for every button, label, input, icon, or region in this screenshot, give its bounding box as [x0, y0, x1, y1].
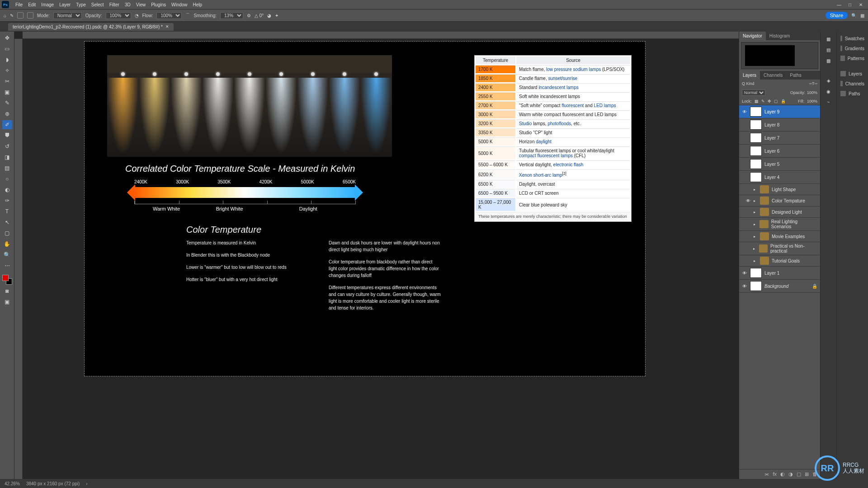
symmetry-icon[interactable]: ✦	[275, 13, 278, 18]
shape-tool[interactable]: ▢	[2, 229, 12, 238]
channels-icon[interactable]: ◉	[822, 87, 835, 96]
layer-row[interactable]: 👁Layer 1	[739, 267, 820, 280]
panel-paths[interactable]: Paths	[837, 89, 868, 99]
brush-tool[interactable]: ✐	[2, 120, 12, 129]
minimize-button[interactable]: —	[834, 2, 844, 7]
history-brush-tool[interactable]: ↺	[2, 142, 12, 151]
hand-tool[interactable]: ✋	[2, 239, 12, 249]
blur-tool[interactable]: ○	[2, 174, 12, 183]
layer-row[interactable]: ▸Tutorial Goals	[739, 255, 820, 267]
panel-patterns[interactable]: Patterns	[837, 53, 868, 63]
lock-pos-icon[interactable]: ✥	[768, 99, 771, 103]
layer-row[interactable]: Layer 4	[739, 171, 820, 184]
layer-row[interactable]: 👁Background 🔒	[739, 280, 820, 293]
restore-button[interactable]: □	[844, 2, 855, 7]
airbrush-icon[interactable]: ⌒	[185, 12, 190, 19]
screenmode-tool[interactable]: ▣	[2, 297, 12, 306]
lock-icon[interactable]: 🔒	[781, 99, 786, 103]
document-tab[interactable]: teriorLightingDemo1_p2-Recovered (1).psd…	[8, 23, 174, 31]
adjustment-icon[interactable]: ◑	[788, 471, 793, 477]
edit-toolbar[interactable]: ⋯	[2, 261, 12, 270]
new-layer-icon[interactable]: ⊞	[805, 471, 809, 477]
eyedropper-tool[interactable]: ✎	[2, 99, 12, 108]
lasso-tool[interactable]: ◗	[2, 55, 12, 64]
blend-mode[interactable]: Normal	[742, 89, 765, 96]
home-icon[interactable]: ⌂	[4, 13, 6, 18]
wand-tool[interactable]: ✧	[2, 66, 12, 75]
fx-icon[interactable]: fx	[773, 471, 777, 477]
layer-row[interactable]: Layer 5	[739, 158, 820, 171]
lock-all-icon[interactable]: ▦	[755, 99, 759, 103]
smoothing-select[interactable]: 13%	[220, 12, 243, 19]
menu-layer[interactable]: Layer	[57, 2, 73, 7]
link-layers-icon[interactable]: ⫘	[764, 471, 769, 477]
layer-row[interactable]: ▸Designed Light	[739, 206, 820, 218]
quickmask-tool[interactable]: ◙	[2, 286, 12, 296]
panel-gradients[interactable]: Gradients	[837, 43, 868, 53]
fill-value[interactable]: 100%	[807, 99, 817, 103]
menu-file[interactable]: File	[13, 2, 25, 7]
opacity-value[interactable]: 100%	[807, 90, 817, 95]
brush-panel-icon[interactable]	[27, 12, 33, 19]
close-tab-icon[interactable]: ✕	[165, 24, 169, 29]
zoom-level[interactable]: 42.26%	[5, 481, 20, 486]
close-button[interactable]: ✕	[855, 2, 866, 7]
gradients-icon[interactable]: ▤	[822, 45, 835, 54]
tab-paths[interactable]: Paths	[786, 71, 805, 80]
layer-row[interactable]: ▸Movie Examples	[739, 231, 820, 242]
layer-row[interactable]: Layer 8	[739, 118, 820, 131]
canvas-area[interactable]: Correlated Color Temperature Scale - Mea…	[14, 32, 739, 479]
opacity-select[interactable]: 100%	[106, 12, 131, 19]
heal-tool[interactable]: ⊕	[2, 109, 12, 118]
crop-tool[interactable]: ✂	[2, 77, 12, 86]
share-button[interactable]: Share	[826, 12, 848, 19]
gradient-tool[interactable]: ▤	[2, 164, 12, 173]
menu-view[interactable]: View	[133, 2, 149, 7]
search-icon[interactable]: 🔍	[851, 13, 857, 18]
workspace-icon[interactable]: ▦	[860, 13, 864, 18]
filter-kind[interactable]: Q Kind	[742, 81, 755, 86]
blend-mode-select[interactable]: Normal	[53, 12, 82, 19]
layer-row[interactable]: ▸Light Shape	[739, 184, 820, 195]
lock-artboard-icon[interactable]: ▢	[774, 99, 778, 103]
layer-row[interactable]: Layer 6	[739, 145, 820, 158]
color-swatches[interactable]	[2, 275, 12, 285]
status-chevron-icon[interactable]: ›	[86, 481, 87, 486]
path-tool[interactable]: ↖	[2, 218, 12, 227]
panel-channels[interactable]: Channels	[837, 79, 868, 89]
layer-row[interactable]: 👁Layer 9	[739, 105, 820, 118]
dodge-tool[interactable]: ◐	[2, 185, 12, 194]
panel-layers[interactable]: Layers	[837, 69, 868, 79]
flow-select[interactable]: 100%	[156, 12, 182, 19]
tab-layers[interactable]: Layers	[739, 71, 760, 80]
layer-row[interactable]: ▸Real Lighting Scenarios	[739, 218, 820, 231]
layers-icon[interactable]: ◈	[822, 76, 835, 85]
panel-swatches[interactable]: Swatches	[837, 33, 868, 43]
group-icon[interactable]: ▢	[797, 471, 801, 477]
pressure-opacity-icon[interactable]: ◔	[135, 13, 139, 18]
layer-row[interactable]: ▸Practical vs Non-practical	[739, 242, 820, 255]
tab-navigator[interactable]: Navigator	[739, 32, 766, 40]
mask-icon[interactable]: ◐	[780, 471, 785, 477]
layer-row[interactable]: 👁▸Color Tempature	[739, 195, 820, 206]
menu-type[interactable]: Type	[73, 2, 89, 7]
pressure-size-icon[interactable]: ◕	[267, 13, 271, 18]
menu-window[interactable]: Window	[169, 2, 190, 7]
eraser-tool[interactable]: ◨	[2, 153, 12, 162]
gear-icon[interactable]: ⚙	[247, 13, 251, 18]
stamp-tool[interactable]: ⛊	[2, 131, 12, 140]
menu-edit[interactable]: Edit	[25, 2, 38, 7]
navigator-preview[interactable]	[741, 42, 818, 69]
layer-row[interactable]: Layer 7	[739, 131, 820, 145]
menu-image[interactable]: Image	[38, 2, 57, 7]
menu-plugins[interactable]: Plugins	[148, 2, 169, 7]
zoom-tool[interactable]: 🔍	[2, 250, 12, 259]
tab-channels[interactable]: Channels	[760, 71, 786, 80]
menu-filter[interactable]: Filter	[107, 2, 122, 7]
lock-pixels-icon[interactable]: ✎	[761, 99, 765, 103]
marquee-tool[interactable]: ▭	[2, 44, 12, 53]
menu-help[interactable]: Help	[190, 2, 205, 7]
paths-icon[interactable]: ~	[822, 98, 835, 107]
type-tool[interactable]: T	[2, 207, 12, 216]
move-tool[interactable]: ✥	[2, 33, 12, 42]
